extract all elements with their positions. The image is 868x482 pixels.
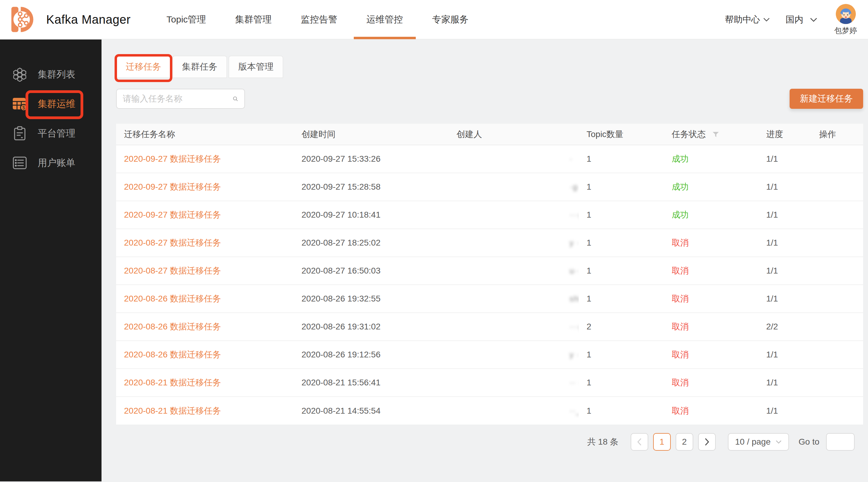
actions-cell [811, 173, 863, 201]
progress-cell: 1/1 [758, 145, 811, 173]
progress-cell: 1/1 [758, 396, 811, 424]
creator-cell: y ···g···g_· [448, 341, 579, 368]
nav-expert-service[interactable]: 专家服务 [417, 0, 483, 39]
creator-cell: ···g··· [448, 201, 579, 229]
pagination: 共 18 条 1 2 10 / page Go to [116, 433, 855, 451]
help-center-menu[interactable]: 帮助中心 [725, 14, 770, 26]
create-time-cell: 2020-09-27 15:28:58 [293, 173, 448, 201]
search-input[interactable] [123, 94, 232, 104]
header-right: 帮助中心 国内 [725, 0, 857, 39]
table-row: 2020-08-21 数据迁移任务 2020-08-21 15:56:41 ··… [116, 368, 863, 396]
table-row: 2020-08-27 数据迁移任务 2020-08-27 18:25:02 y … [116, 229, 863, 257]
task-name-link[interactable]: 2020-08-21 数据迁移任务 [116, 396, 293, 424]
creator-blurred-text: ·g··· [569, 182, 579, 192]
nav-cluster-manage[interactable]: 集群管理 [221, 0, 286, 39]
creator-blurred-text: ··_ [569, 406, 579, 416]
task-name-link[interactable]: 2020-08-27 数据迁移任务 [116, 257, 293, 285]
filter-icon[interactable] [712, 132, 719, 138]
create-time-cell: 2020-08-26 19:12:56 [293, 341, 448, 368]
svg-text:$: $ [23, 105, 25, 110]
cluster-ops-icon: $ [12, 97, 27, 111]
progress-cell: 1/1 [758, 229, 811, 257]
task-name-link[interactable]: 2020-08-21 数据迁移任务 [116, 368, 293, 396]
topic-count-cell: 2 [579, 313, 664, 341]
pagination-page-2[interactable]: 2 [676, 433, 693, 451]
top-nav: Topic管理 集群管理 监控告警 运维管控 专家服务 [152, 0, 483, 39]
progress-cell: 2/2 [758, 313, 811, 341]
status-cell: 成功 [664, 145, 758, 173]
user-name: 包梦婷 [834, 26, 857, 36]
sidebar-item-cluster-ops[interactable]: $ 集群运维 [0, 89, 101, 119]
progress-cell: 1/1 [758, 368, 811, 396]
task-table: 迁移任务名称 创建时间 创建人 Topic数量 任务状态 进度 操作 [116, 124, 863, 424]
pagination-next-button[interactable] [698, 433, 716, 451]
goto-page-input[interactable] [826, 433, 855, 451]
creator-cell: ·· ···_ [448, 368, 579, 396]
tab-cluster-tasks[interactable]: 集群任务 [172, 56, 227, 78]
status-cell: 成功 [664, 173, 758, 201]
app-title: Kafka Manager [46, 13, 131, 26]
sidebar-item-label: 平台管理 [38, 127, 75, 140]
creator-blurred-text: y ···g··g [569, 238, 579, 248]
task-name-link[interactable]: 2020-08-27 数据迁移任务 [116, 229, 293, 257]
top-header: Kafka Manager Topic管理 集群管理 监控告警 运维管控 专家服… [0, 0, 868, 39]
actions-cell [811, 313, 863, 341]
sidebar-item-user-billing[interactable]: 用户账单 [0, 148, 101, 178]
task-name-link[interactable]: 2020-09-27 数据迁移任务 [116, 145, 293, 173]
table-row: 2020-08-26 数据迁移任务 2020-08-26 19:12:56 y … [116, 341, 863, 368]
task-name-link[interactable]: 2020-09-27 数据迁移任务 [116, 201, 293, 229]
pagination-page-1[interactable]: 1 [653, 433, 671, 451]
topic-count-cell: 1 [579, 285, 664, 313]
page-size-value: 10 / page [735, 437, 771, 447]
task-name-link[interactable]: 2020-08-26 数据迁移任务 [116, 313, 293, 341]
status-cell: 取消 [664, 257, 758, 285]
creator-blurred-text: y ···g···g_· [569, 350, 579, 359]
topic-count-cell: 1 [579, 368, 664, 396]
pagination-total: 共 18 条 [587, 436, 618, 448]
avatar [836, 4, 856, 24]
task-name-link[interactable]: 2020-09-27 数据迁移任务 [116, 173, 293, 201]
brand: Kafka Manager [7, 3, 131, 36]
tab-version-manage[interactable]: 版本管理 [228, 56, 283, 78]
col-topic-count: Topic数量 [579, 124, 664, 145]
creator-cell: u·· [448, 257, 579, 285]
new-migration-task-button[interactable]: 新建迁移任务 [789, 89, 863, 109]
col-actions: 操作 [811, 124, 863, 145]
search-box [116, 89, 245, 109]
goto-page-label: Go to [799, 437, 819, 447]
progress-cell: 1/1 [758, 257, 811, 285]
tab-migration-tasks[interactable]: 迁移任务 [116, 56, 171, 78]
platform-manage-icon [12, 126, 27, 141]
nav-topic-manage[interactable]: Topic管理 [152, 0, 221, 39]
creator-cell: · [448, 145, 579, 173]
toolbar: 新建迁移任务 [116, 89, 863, 109]
user-menu[interactable]: 包梦婷 [834, 4, 857, 36]
topic-count-cell: 1 [579, 257, 664, 285]
search-icon[interactable] [232, 94, 238, 104]
nav-ops-control[interactable]: 运维管控 [352, 0, 417, 39]
sidebar-item-platform-manage[interactable]: 平台管理 [0, 119, 101, 148]
sidebar: 集群列表 $ 集群运维 [0, 39, 101, 481]
sidebar-item-label: 集群运维 [38, 98, 75, 110]
actions-cell [811, 368, 863, 396]
nav-monitor-alert[interactable]: 监控告警 [286, 0, 352, 39]
status-cell: 取消 [664, 285, 758, 313]
create-time-cell: 2020-09-27 10:18:41 [293, 201, 448, 229]
col-creator: 创建人 [448, 124, 579, 145]
task-name-link[interactable]: 2020-08-26 数据迁移任务 [116, 341, 293, 368]
creator-blurred-text: ···g_· [569, 322, 579, 331]
sidebar-item-cluster-list[interactable]: 集群列表 [0, 60, 101, 89]
region-menu[interactable]: 国内 [786, 14, 817, 26]
creator-blurred-text: shirl·· ·g·· [569, 294, 579, 303]
creator-cell: ···g_· [448, 313, 579, 341]
actions-cell [811, 285, 863, 313]
page-size-select[interactable]: 10 / page [728, 433, 789, 451]
creator-blurred-text: u·· [569, 266, 579, 276]
topic-count-cell: 1 [579, 145, 664, 173]
cluster-list-icon [12, 67, 27, 82]
task-name-link[interactable]: 2020-08-26 数据迁移任务 [116, 285, 293, 313]
create-time-cell: 2020-08-21 14:55:54 [293, 396, 448, 424]
pagination-prev-button[interactable] [631, 433, 648, 451]
topic-count-cell: 1 [579, 173, 664, 201]
create-time-cell: 2020-08-27 18:25:02 [293, 229, 448, 257]
